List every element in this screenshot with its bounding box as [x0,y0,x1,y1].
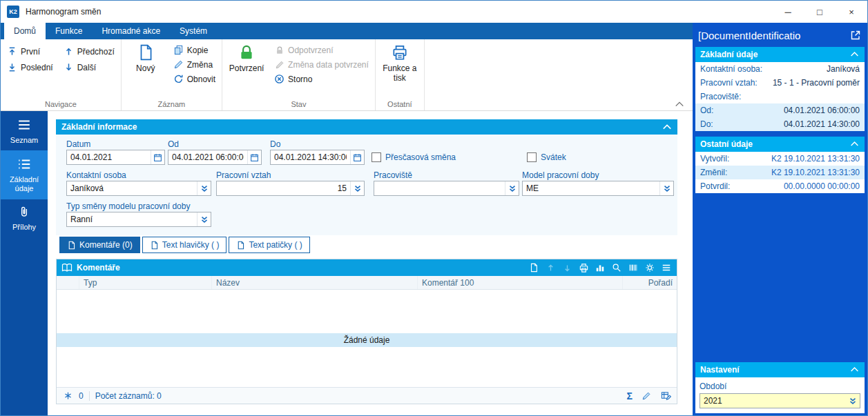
group-label-stav: Stav [224,98,374,110]
pracoviste-input[interactable] [374,181,505,195]
new-button[interactable]: Nový [123,39,168,74]
combo-dropdown-icon[interactable] [350,181,364,195]
ribbon-tab-hromadne-akce[interactable]: Hromadné akce [92,23,170,39]
overtime-checkbox[interactable]: Přesčasová směna [372,152,456,162]
combo-dropdown-icon[interactable] [659,181,673,195]
combo-dropdown-icon[interactable] [197,181,211,195]
grid-body: Žádné údaje [57,290,677,387]
combo-dropdown-icon[interactable] [846,394,860,408]
left-sidebar: Seznam Základní údaje Přílohy [1,111,48,415]
printer-icon [391,43,409,61]
unconfirm-button[interactable]: Odpotvrzení [274,45,369,55]
kontaktni-osoba-label: Kontaktní osoba [66,170,126,180]
pracovni-vztah-combo [216,181,365,196]
checkbox-icon [372,152,381,162]
combo-dropdown-icon[interactable] [505,181,519,195]
period-input[interactable] [700,394,846,408]
previous-button[interactable]: Předchozí [64,46,115,57]
datum-field [66,150,165,165]
panel-row: Potvrdil: 00.00.0000 00:00:00 [695,179,865,193]
panel-section-header[interactable]: Nastavení [695,362,865,377]
copy-button[interactable]: Kopie [173,45,215,55]
period-label: Období [700,382,860,391]
maximize-button[interactable]: □ [804,1,836,23]
column-header-komentar[interactable]: Komentář 100 [418,276,623,289]
model-input[interactable] [523,181,659,195]
sum-icon[interactable]: Σ [627,390,633,402]
move-down-icon[interactable] [561,262,572,273]
panel-section-header[interactable]: Ostatní údaje [695,137,865,152]
tab-text-paticky[interactable]: Text patičky ( ) [229,237,309,253]
panel-row: Pracoviště: [695,90,865,103]
confirm-button[interactable]: Potvrzení [224,39,269,74]
tab-text-hlavicky[interactable]: Text hlavičky ( ) [142,237,227,253]
ribbon-tab-system[interactable]: Systém [170,23,217,39]
change-button[interactable]: Změna [173,59,215,70]
print-functions-button[interactable]: Funkce a tisk [377,39,423,83]
od-input[interactable] [168,150,247,164]
tab-komentare[interactable]: Komentáře (0) [59,237,140,253]
sidebar-item-seznam[interactable]: Seznam [1,111,48,150]
grid-header: Komentáře [57,259,677,276]
panel-section-nastaveni: Nastavení Období [695,362,865,413]
last-button[interactable]: Poslední [7,62,53,72]
ribbon-group-ostatni: Funkce a tisk Ostatní [376,39,425,110]
print-icon[interactable] [578,262,589,273]
datum-input[interactable] [67,150,151,164]
barcode-icon[interactable] [628,262,639,273]
ribbon-collapse-chevron-icon[interactable] [675,101,684,108]
app-icon: K2 [7,6,19,18]
close-button[interactable]: × [836,1,867,23]
popout-icon[interactable] [850,30,862,41]
ribbon-tab-funkce[interactable]: Funkce [46,23,92,39]
sidebar-item-zakladni-udaje[interactable]: Základní údaje [1,150,48,199]
new-record-icon[interactable] [528,262,539,273]
holiday-checkbox[interactable]: Svátek [527,152,566,162]
right-panel-title-bar: [DocumentIdentificatio [695,24,865,47]
calendar-icon[interactable] [350,150,364,164]
arrow-up-icon [64,46,74,57]
kontaktni-osoba-combo [66,181,211,196]
typ-smeny-input[interactable] [67,212,197,226]
storno-button[interactable]: Storno [274,74,369,84]
refresh-button[interactable]: Obnovit [173,74,215,84]
basic-info-header: Základní informace [56,119,677,135]
period-combo [700,393,860,408]
ribbon-group-zaznam: Nový Kopie [122,39,222,110]
pracovni-vztah-input[interactable] [217,181,350,195]
panel-row: Pracovní vztah: 15 - 1 - Pracovní poměr [695,76,865,90]
kontaktni-osoba-input[interactable] [67,181,197,195]
combo-dropdown-icon[interactable] [197,212,211,226]
change-confirm-date-button[interactable]: Změna data potvrzení [274,59,369,70]
group-label-navigace: Navigace [2,98,119,110]
record-count: Počet záznamů: 0 [95,391,162,401]
grid-toolbar [528,262,672,273]
search-icon[interactable] [611,262,622,273]
chart-icon[interactable] [595,262,606,273]
calendar-icon[interactable] [247,150,261,164]
calendar-icon[interactable] [151,150,164,164]
panel-row: Vytvořil: K2 19.10.2021 13:31:30 [695,152,865,166]
ribbon-tab-domu[interactable]: Domů [4,23,46,39]
collapse-chevron-icon [850,51,860,58]
do-input[interactable] [271,150,350,164]
cancel-circle-icon [274,74,284,84]
grid-edit-icon[interactable] [660,390,671,402]
collapse-chevron-icon[interactable] [662,123,672,130]
sidebar-item-prilohy[interactable]: Přílohy [1,199,48,237]
minimize-button[interactable]: ─ [772,1,804,23]
column-header-poradi[interactable]: Pořadí [623,276,677,289]
content-tabs: Komentáře (0) Text hlavičky ( ) [59,237,310,253]
menu-icon [17,117,32,132]
arrow-down-bar-icon [7,62,17,72]
first-button[interactable]: První [7,46,53,57]
menu-icon[interactable] [661,262,672,273]
move-up-icon[interactable] [545,262,556,273]
edit-pencil-icon[interactable] [641,390,652,402]
column-header-nazev[interactable]: Název [212,276,418,289]
next-button[interactable]: Další [64,62,115,72]
basic-info-body: Datum Od Do [56,135,677,235]
settings-gear-icon[interactable] [644,262,655,273]
panel-section-header[interactable]: Základní údaje [695,47,865,62]
column-header-typ[interactable]: Typ [79,276,212,289]
